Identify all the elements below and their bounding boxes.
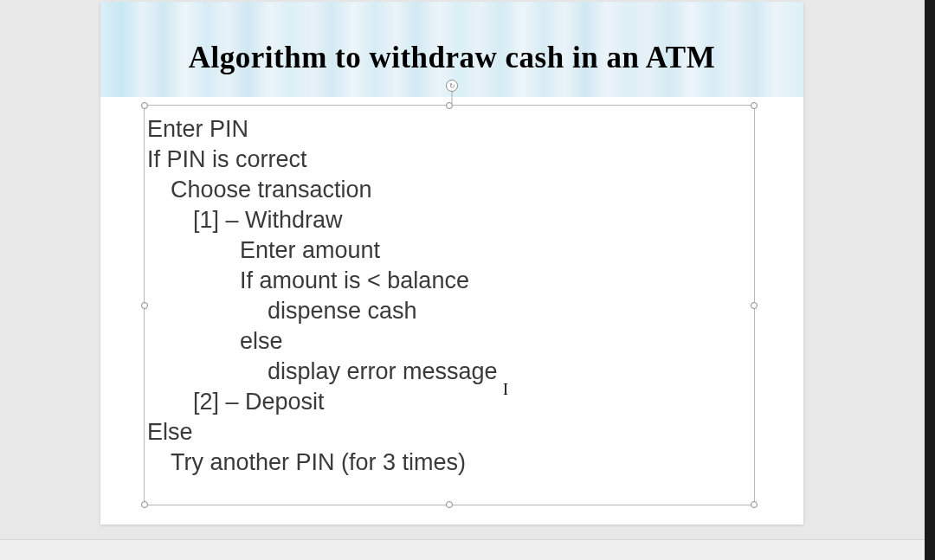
resize-handle-top-right[interactable] [751,102,758,109]
textbox-selected[interactable]: Enter PIN If PIN is correct Choose trans… [144,105,755,505]
text-cursor-icon: I [503,381,508,399]
algorithm-line[interactable]: [2] – Deposit [145,387,754,417]
slide-canvas[interactable]: Algorithm to withdraw cash in an ATM ↻ E… [100,2,803,525]
resize-handle-bottom-right[interactable] [751,501,758,508]
slide-title: Algorithm to withdraw cash in an ATM [189,41,716,75]
algorithm-line[interactable]: Enter PIN [145,114,754,145]
algorithm-line[interactable]: display error message [145,357,754,387]
algorithm-line[interactable]: Choose transaction [145,175,754,205]
algorithm-line[interactable]: [1] – Withdraw [145,205,754,235]
resize-handle-bottom-left[interactable] [141,501,148,508]
algorithm-line[interactable]: else [145,326,754,357]
right-dark-bar [925,0,935,560]
algorithm-line[interactable]: If amount is < balance [145,266,754,296]
algorithm-line[interactable]: If PIN is correct [145,145,754,175]
algorithm-line[interactable]: Try another PIN (for 3 times) [145,447,754,478]
resize-handle-mid-right[interactable] [751,302,758,309]
rotate-handle-icon[interactable]: ↻ [446,80,458,92]
algorithm-line[interactable]: dispense cash [145,296,754,326]
resize-handle-top-mid[interactable] [446,102,453,109]
algorithm-line[interactable]: Else [145,417,754,447]
resize-handle-mid-left[interactable] [141,302,148,309]
algorithm-line[interactable]: Enter amount [145,235,754,266]
rotate-handle-stem [452,92,453,104]
resize-handle-top-left[interactable] [141,102,148,109]
resize-handle-bottom-mid[interactable] [446,501,453,508]
status-bar [0,539,925,560]
